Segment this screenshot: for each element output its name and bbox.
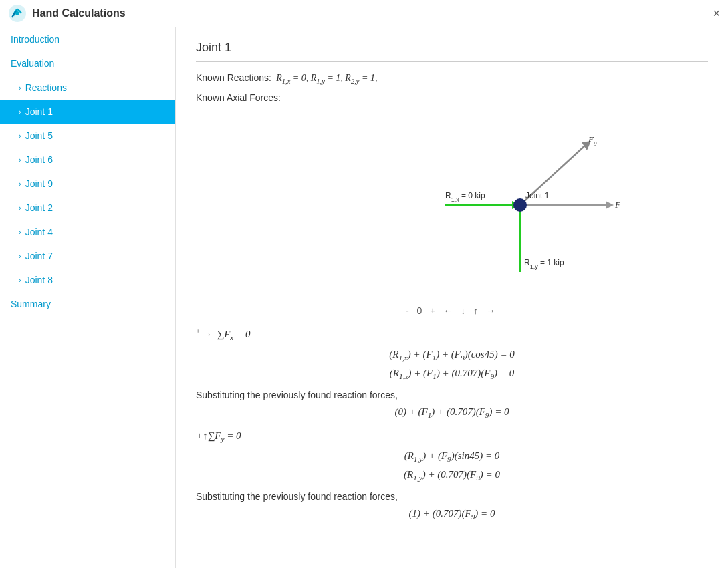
svg-text:Joint 1: Joint 1 (525, 191, 550, 200)
introduction-label: Introduction (11, 34, 59, 45)
sidebar-item-joint9[interactable]: › Joint 9 (0, 172, 175, 196)
chevron-joint7: › (19, 252, 21, 260)
svg-text:R1,y = 1 kip: R1,y = 1 kip (524, 258, 564, 270)
sidebar-item-joint6[interactable]: › Joint 6 (0, 148, 175, 172)
chevron-joint9: › (19, 180, 21, 188)
chevron-joint1: › (19, 108, 21, 116)
sum-fy-header: +↑∑Fy = 0 (196, 430, 708, 443)
title-bar-left: Hand Calculations (8, 4, 126, 23)
eq-fx-2: (R1,x) + (F1) + (0.707)(F9) = 0 (196, 367, 708, 380)
sidebar-item-introduction[interactable]: Introduction (0, 27, 175, 51)
sidebar-item-joint4[interactable]: › Joint 4 (0, 220, 175, 244)
joint1-label: Joint 1 (25, 106, 53, 117)
svg-marker-5 (606, 201, 614, 209)
substituting-text-1: Substituting the previously found reacti… (196, 390, 708, 400)
joint9-label: Joint 9 (25, 178, 53, 189)
chevron-reactions: › (19, 84, 21, 92)
joint2-label: Joint 2 (25, 202, 53, 213)
svg-text:R1,x = 0 kip: R1,x = 0 kip (445, 191, 485, 203)
reactions-label: Reactions (25, 82, 67, 93)
chevron-joint6: › (19, 156, 21, 164)
known-reactions-label: Known Reactions: (196, 72, 271, 83)
joint4-label: Joint 4 (25, 227, 53, 237)
sidebar-item-joint8[interactable]: › Joint 8 (0, 268, 175, 292)
chevron-joint2: › (19, 204, 21, 212)
known-reactions-line: Known Reactions: R1,x = 0, R1,y = 1, R2,… (196, 70, 708, 88)
known-axial-label: Known Axial Forces: (196, 92, 281, 103)
chevron-joint4: › (19, 228, 21, 236)
summary-label: Summary (11, 299, 51, 309)
svg-text:F: F (614, 200, 621, 210)
joint7-label: Joint 7 (25, 251, 53, 261)
chevron-joint8: › (19, 276, 21, 284)
skyciv-logo (8, 4, 27, 23)
evaluation-label: Evaluation (11, 58, 54, 69)
sidebar-item-evaluation[interactable]: Evaluation (0, 51, 175, 76)
joint6-label: Joint 6 (25, 154, 53, 165)
sum-fx-header: + → ∑Fx = 0 (196, 327, 708, 341)
sidebar-item-joint5[interactable]: › Joint 5 (0, 124, 175, 148)
main-layout: Introduction Evaluation › Reactions › Jo… (0, 27, 728, 568)
sidebar-item-reactions[interactable]: › Reactions (0, 76, 175, 100)
sidebar-item-summary[interactable]: Summary (0, 292, 175, 316)
title-bar: Hand Calculations × (0, 0, 728, 27)
equation-toolbar: - 0 + ← ↓ ↑ → (196, 305, 708, 316)
sidebar-item-joint7[interactable]: › Joint 7 (0, 244, 175, 268)
substituting-text-2: Substituting the previously found reacti… (196, 491, 708, 502)
eq-fy-2: (R1,y) + (0.707)(F9) = 0 (196, 468, 708, 482)
eq-fx-1: (R1,x) + (F1) + (F9)(cos45) = 0 (196, 348, 708, 362)
app-title: Hand Calculations (32, 7, 126, 19)
svg-point-1 (15, 11, 19, 15)
joint5-label: Joint 5 (25, 130, 53, 141)
diagram-container: R1,x = 0 kip Joint 1 F F9 R1,y = 1 kip (196, 118, 708, 292)
joint8-label: Joint 8 (25, 275, 53, 285)
section-title: Joint 1 (196, 41, 708, 62)
known-reactions-formula: R1,x = 0, R1,y = 1, R2,y = 1, (274, 73, 378, 83)
content-area: Joint 1 Known Reactions: R1,x = 0, R1,y … (176, 27, 728, 568)
known-axial-forces-line: Known Axial Forces: (196, 90, 708, 105)
joint-diagram: R1,x = 0 kip Joint 1 F F9 R1,y = 1 kip (196, 118, 708, 292)
eq-fy-1: (R1,y) + (F9)(sin45) = 0 (196, 450, 708, 463)
eq-fx-3: (0) + (F1) + (0.707)(F9) = 0 (196, 406, 708, 419)
close-button[interactable]: × (713, 7, 720, 19)
eq-fy-3: (1) + (0.707)(F9) = 0 (196, 507, 708, 521)
sidebar: Introduction Evaluation › Reactions › Jo… (0, 27, 176, 568)
svg-point-9 (513, 198, 527, 212)
sidebar-item-joint2[interactable]: › Joint 2 (0, 196, 175, 220)
sidebar-item-joint1[interactable]: › Joint 1 (0, 100, 175, 124)
chevron-joint5: › (19, 132, 21, 140)
